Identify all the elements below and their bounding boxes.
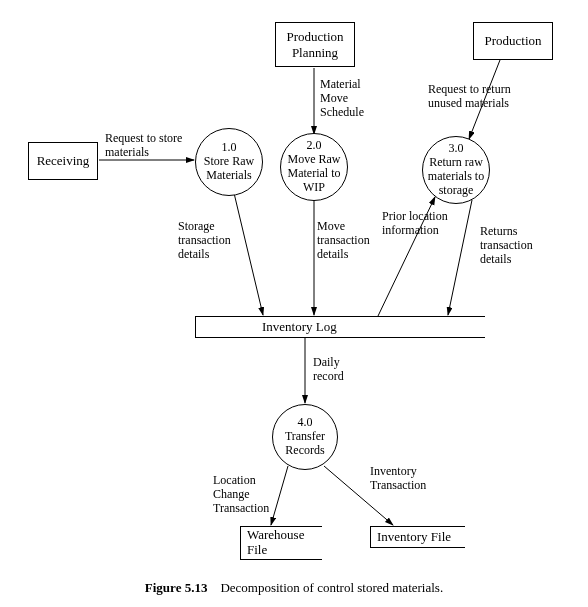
flow-material-move-schedule: Material Move Schedule — [320, 78, 364, 119]
flow-request-return: Request to return unused materials — [428, 83, 511, 111]
flow-request-to-store: Request to store materials — [105, 132, 182, 160]
figure-caption-text: Decomposition of control stored material… — [220, 580, 443, 595]
process-4-transfer-records: 4.0 Transfer Records — [272, 404, 338, 470]
entity-production-planning-label: Production Planning — [278, 29, 352, 60]
svg-line-3 — [234, 193, 263, 315]
entity-receiving-label: Receiving — [37, 153, 90, 169]
process-4-id: 4.0 — [298, 416, 313, 430]
process-3-id: 3.0 — [449, 142, 464, 156]
entity-production-planning: Production Planning — [275, 22, 355, 67]
figure-caption: Figure 5.13 Decomposition of control sto… — [0, 580, 588, 596]
figure-number: Figure 5.13 — [145, 580, 208, 595]
process-1-id: 1.0 — [222, 141, 237, 155]
process-3-return-raw-materials: 3.0 Return raw materials to storage — [422, 136, 490, 204]
process-4-name: Transfer Records — [275, 430, 335, 458]
flow-move-transaction-details: Move transaction details — [317, 220, 370, 261]
dfd-canvas: Receiving Production Planning Production… — [0, 0, 588, 607]
datastore-inventory-log: Inventory Log — [195, 316, 485, 338]
flow-location-change-transaction: Location Change Transaction — [213, 474, 269, 515]
datastore-inventory-file-label: Inventory File — [377, 530, 451, 545]
flow-storage-transaction-details: Storage transaction details — [178, 220, 231, 261]
process-3-name: Return raw materials to storage — [425, 156, 487, 197]
process-1-name: Store Raw Materials — [198, 155, 260, 183]
entity-production: Production — [473, 22, 553, 60]
process-2-id: 2.0 — [307, 139, 322, 153]
flow-daily-record: Daily record — [313, 356, 344, 384]
datastore-inventory-log-label: Inventory Log — [262, 320, 337, 335]
process-2-move-raw-material-wip: 2.0 Move Raw Material to WIP — [280, 133, 348, 201]
process-2-name: Move Raw Material to WIP — [283, 153, 345, 194]
flow-inventory-transaction: Inventory Transaction — [370, 465, 426, 493]
flow-prior-location-information: Prior location information — [382, 210, 448, 238]
process-1-store-raw-materials: 1.0 Store Raw Materials — [195, 128, 263, 196]
datastore-inventory-file: Inventory File — [370, 526, 465, 548]
svg-line-8 — [271, 466, 288, 525]
entity-production-label: Production — [484, 33, 541, 49]
flow-returns-transaction-details: Returns transaction details — [480, 225, 533, 266]
entity-receiving: Receiving — [28, 142, 98, 180]
datastore-warehouse-file-label: Warehouse File — [247, 528, 322, 558]
datastore-warehouse-file: Warehouse File — [240, 526, 322, 560]
svg-line-5 — [448, 200, 472, 315]
